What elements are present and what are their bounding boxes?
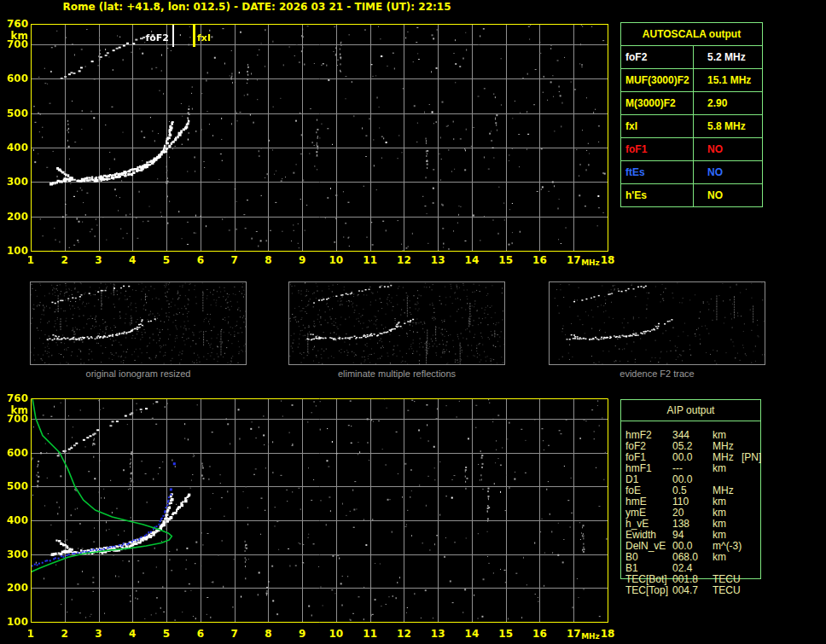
autoscala-table-header: AUTOSCALA output [621,23,762,46]
autoscala-row-value: NO [694,184,762,206]
autoscala-row: M(3000)F22.90 [621,92,762,115]
autoscala-row-label: h'Es [621,184,694,206]
y-tick-label: 100 [0,616,28,628]
autoscala-row-label: foF1 [621,138,694,160]
autoscala-row-value: 15.1 MHz [694,69,762,91]
autoscala-row: foF25.2 MHz [621,46,762,69]
aip-row: hmF1---km [625,463,761,474]
autoscala-row-value: 2.90 [694,92,762,114]
y-tick-label: 400 [0,514,28,526]
autoscala-row-label: MUF(3000)F2 [621,69,694,91]
fof2-marker-label: foF2 [140,32,169,44]
autoscala-row-label: M(3000)F2 [621,92,694,114]
autoscala-row: ftEsNO [621,161,762,184]
aip-row: D100.0 [625,474,761,485]
km-unit-label-top: km [0,30,28,42]
autoscala-row: fxI5.8 MHz [621,115,762,138]
y-tick-label: 500 [0,107,28,119]
aip-header-divider [620,421,761,421]
x-tick-label: 4 [122,255,143,266]
thumbnail-caption-f2trace: evidence F2 trace [549,368,765,379]
thumbnail-caption-original: original ionogram resized [30,368,247,379]
aip-table-rows: hmF2344kmfoF205.2MHzfoF100.0MHz[PN]hmF1-… [625,430,761,596]
aip-row-unit: TECU [713,585,742,596]
x-tick-label: 2 [55,629,75,640]
km-unit-label-bottom: km [0,404,28,416]
autoscala-row-value: NO [694,161,762,183]
ionogram-canvas-bottom [31,398,608,623]
x-tick-label: 16 [529,255,550,266]
autoscala-row-label: ftEs [621,161,694,183]
y-tick-label: 200 [0,582,28,594]
autoscala-row: h'EsNO [621,184,762,206]
aip-row: B0068.0km [625,552,761,563]
thumbnail-caption-reflections: eliminate multiple reflections [288,368,505,379]
x-tick-label: 18 [597,629,618,640]
autoscala-row-label: fxI [621,115,694,137]
thumbnail-canvas-original [31,282,246,364]
autoscala-row-label: foF2 [621,46,694,68]
x-tick-label: 11 [360,629,381,640]
x-tick-label: 8 [258,255,278,266]
x-tick-label: 12 [393,255,414,266]
x-tick-label: 10 [326,629,346,640]
x-tick-label: 14 [462,629,482,640]
x-tick-label: 4 [122,629,143,640]
ionogram-canvas-top [31,24,608,252]
autoscala-row: foF1NO [621,138,762,161]
x-tick-label: 16 [529,629,550,640]
x-tick-label: 6 [190,255,211,266]
autoscala-row-value: NO [694,138,762,160]
x-tick-label: 12 [393,629,414,640]
y-tick-label: 760 [0,392,28,404]
x-tick-label: 6 [190,629,211,640]
x-tick-label: 13 [428,629,448,640]
x-tick-label: 15 [496,629,516,640]
autoscala-row-value: 5.2 MHz [694,46,762,68]
x-tick-label: 9 [292,255,312,266]
x-tick-label: 5 [156,255,177,266]
aip-row-label: TEC[Top] [625,585,672,596]
x-tick-label: 11 [360,255,381,266]
x-tick-label: 3 [89,629,109,640]
x-tick-label: 13 [428,255,448,266]
aip-output-table: AIP output hmF2344kmfoF205.2MHzfoF100.0M… [620,399,761,604]
aip-row-extra: [PN] [742,452,761,463]
x-tick-label: 15 [496,255,516,266]
fxi-marker-label: fxI [197,32,226,44]
y-tick-label: 200 [0,211,28,223]
aip-row: TEC[Top]004.7TECU [625,585,761,596]
x-tick-label: 7 [224,629,245,640]
thumbnail-f2-trace [549,281,765,365]
aip-row-unit: km [713,552,742,563]
mhz-unit-label-bottom: MHz [581,632,600,641]
aip-row-value: 004.7 [672,585,713,596]
y-tick-label: 300 [0,176,28,188]
y-tick-label: 300 [0,548,28,560]
x-tick-label: 7 [224,255,245,266]
x-tick-label: 2 [55,255,75,266]
x-tick-label: 14 [462,255,482,266]
y-tick-label: 600 [0,447,28,459]
thumbnail-canvas-f2trace [550,282,765,364]
x-tick-label: 5 [156,629,177,640]
page-title: Rome (lat: +41.8, lon: 012.5) - DATE: 20… [31,1,483,13]
autoscala-row-value: 5.8 MHz [694,115,762,137]
y-tick-label: 600 [0,73,28,84]
mhz-unit-label-top: MHz [581,258,600,267]
autoscala-screen: Rome (lat: +41.8, lon: 012.5) - DATE: 20… [0,0,826,644]
thumbnail-canvas-reflections [289,282,504,364]
thumbnail-multiple-reflections [288,281,505,365]
thumbnail-original-ionogram [30,281,247,365]
x-tick-label: 9 [292,629,312,640]
x-tick-label: 1 [20,255,41,266]
y-tick-label: 400 [0,142,28,154]
y-tick-label: 760 [0,18,28,30]
autoscala-output-table: AUTOSCALA output foF25.2 MHzMUF(3000)F21… [620,22,763,207]
autoscala-row: MUF(3000)F215.1 MHz [621,69,762,92]
x-tick-label: 10 [326,255,346,266]
x-tick-label: 3 [89,255,109,266]
aip-table-header: AIP output [620,404,761,416]
aip-row-unit: km [713,463,742,474]
x-tick-label: 18 [597,255,618,266]
